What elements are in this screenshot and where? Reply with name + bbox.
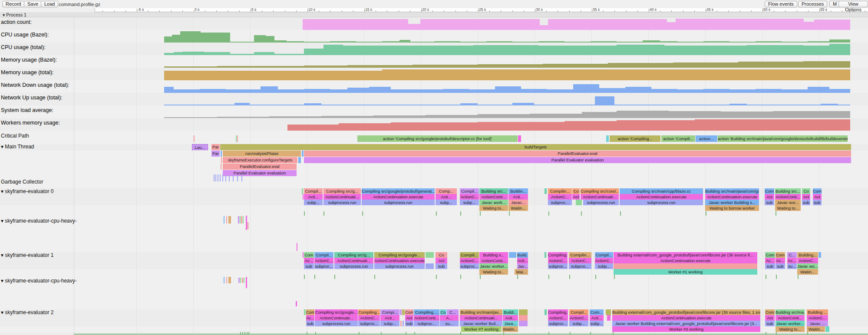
track-block[interactable]: Act <box>572 194 580 200</box>
counter-chart-segment[interactable] <box>304 89 330 93</box>
micro-tick[interactable] <box>334 275 335 279</box>
track-block[interactable]: Waiting to borrow worker <box>705 205 759 211</box>
track-tick[interactable] <box>240 216 241 223</box>
counter-chart-segment[interactable] <box>443 89 469 93</box>
track-tick[interactable] <box>237 174 238 181</box>
micro-tick[interactable] <box>436 275 437 279</box>
track-block[interactable]: runAnalysisPhase <box>223 151 301 157</box>
micro-tick[interactable] <box>480 275 481 279</box>
track-block[interactable]: Compilin... <box>548 188 572 194</box>
track-block[interactable] <box>606 135 609 142</box>
counter-chart-segment[interactable] <box>573 84 599 93</box>
track-block[interactable]: Co <box>436 252 447 258</box>
track-block[interactable]: ActionContinuation.execute <box>362 194 435 200</box>
track-block[interactable]: Javac wor... <box>775 200 801 205</box>
track-block[interactable]: Acti... <box>436 194 457 200</box>
counter-chart-segment[interactable] <box>164 53 174 55</box>
micro-tick[interactable] <box>248 332 249 335</box>
track-block[interactable] <box>509 252 516 258</box>
micro-tick[interactable] <box>766 332 766 335</box>
counter-chart-segment[interactable] <box>595 96 614 105</box>
track-block[interactable]: Act <box>802 194 810 200</box>
micro-tick[interactable] <box>315 332 316 335</box>
counter-chart-segment[interactable] <box>617 111 669 118</box>
track-block[interactable]: Javac worker... <box>479 263 508 269</box>
counter-chart-segment[interactable] <box>721 112 773 118</box>
counter-chart-segment[interactable] <box>174 52 182 55</box>
track-block[interactable]: ParallelEvaluator.eval <box>223 164 297 170</box>
counter-chart-segment[interactable] <box>304 42 330 43</box>
counter-chart-segment[interactable] <box>804 22 814 30</box>
track-block[interactable]: Javac wo... <box>797 263 818 269</box>
micro-tick[interactable] <box>480 211 481 216</box>
counter-chart-segment[interactable] <box>591 41 617 43</box>
track-block[interactable]: Compiling ... <box>548 252 568 258</box>
track-tick[interactable] <box>233 174 234 181</box>
counter-chart-segment[interactable] <box>664 46 747 55</box>
track-block[interactable]: Compiling src/core/... <box>581 188 619 194</box>
track-block[interactable]: Jav... <box>517 263 528 269</box>
track-block[interactable] <box>302 151 304 157</box>
counter-chart-segment[interactable] <box>304 49 323 55</box>
track-block[interactable] <box>518 135 521 142</box>
track-block[interactable]: ParallelEvaluator.eval <box>304 151 851 157</box>
counter-chart-segment[interactable] <box>729 89 756 93</box>
track-block[interactable]: sub <box>776 263 785 269</box>
track-block[interactable]: Building src/main/jav... <box>460 309 502 315</box>
track-block[interactable]: Com <box>765 309 775 315</box>
micro-tick[interactable] <box>362 211 363 216</box>
timeline-ruler[interactable]: -5 s0 s5 s10 s15 s20 s25 s30 s35 s40 s45… <box>95 8 868 12</box>
track-block[interactable]: Building ... <box>807 309 828 315</box>
counter-chart-segment[interactable] <box>230 54 254 55</box>
track-block[interactable]: Ac... <box>304 258 314 263</box>
track-block[interactable]: ActionConti... <box>414 315 439 321</box>
micro-tick[interactable] <box>613 332 614 335</box>
counter-chart-segment[interactable] <box>564 42 591 43</box>
track-block[interactable]: ActionContinuati... <box>315 315 358 321</box>
counter-chart-segment[interactable] <box>814 20 850 30</box>
counter-chart-segment[interactable] <box>321 105 460 105</box>
track-tick[interactable] <box>215 174 216 181</box>
micro-tick[interactable] <box>569 275 570 279</box>
track-block[interactable] <box>194 135 195 142</box>
track-block[interactable]: Compiling src/main/cpp/blaze.cc <box>620 188 703 194</box>
counter-chart-segment[interactable] <box>339 123 391 131</box>
track-block[interactable]: Act <box>436 258 447 263</box>
track-tick[interactable] <box>228 277 231 283</box>
micro-tick[interactable] <box>323 211 324 216</box>
counter-chart-segment[interactable] <box>703 89 729 93</box>
track-block[interactable] <box>545 188 547 194</box>
track-block[interactable]: Compiling src/google/protobuf/generat... <box>362 188 435 194</box>
track-block[interactable] <box>519 321 528 326</box>
track-block[interactable]: Compil... <box>595 252 613 258</box>
track-block[interactable]: ActionC... <box>358 315 380 321</box>
track-block[interactable]: Compiling... <box>358 309 380 315</box>
track-block[interactable]: Compil... <box>569 309 588 315</box>
track-block[interactable]: subproc... <box>548 263 568 269</box>
micro-tick[interactable] <box>304 211 305 216</box>
micro-tick[interactable] <box>517 275 518 279</box>
micro-tick[interactable] <box>776 211 776 216</box>
track-block[interactable]: Buildin... <box>508 188 528 194</box>
counter-chart-segment[interactable] <box>538 41 564 43</box>
track-tick[interactable] <box>226 216 227 223</box>
micro-tick[interactable] <box>503 332 504 335</box>
micro-tick[interactable] <box>776 275 777 279</box>
counter-chart-segment[interactable] <box>617 120 695 131</box>
counter-chart-segment[interactable] <box>217 66 304 68</box>
counter-chart-segment[interactable] <box>261 86 278 93</box>
counter-chart-segment[interactable] <box>478 122 564 131</box>
counter-chart-segment[interactable] <box>673 62 738 68</box>
track-block[interactable] <box>303 194 304 200</box>
micro-tick[interactable] <box>766 275 766 279</box>
micro-tick[interactable] <box>570 332 571 335</box>
track-block[interactable]: ActionContinuation.execute <box>374 258 425 263</box>
track-block[interactable] <box>236 135 237 142</box>
track-block[interactable] <box>825 326 829 332</box>
micro-tick[interactable] <box>548 211 549 216</box>
counter-chart-segment[interactable] <box>287 125 339 131</box>
counter-chart-segment[interactable] <box>667 22 676 30</box>
track-block[interactable] <box>402 309 405 315</box>
track-block[interactable]: Par <box>211 144 220 150</box>
track-block[interactable] <box>519 315 528 321</box>
